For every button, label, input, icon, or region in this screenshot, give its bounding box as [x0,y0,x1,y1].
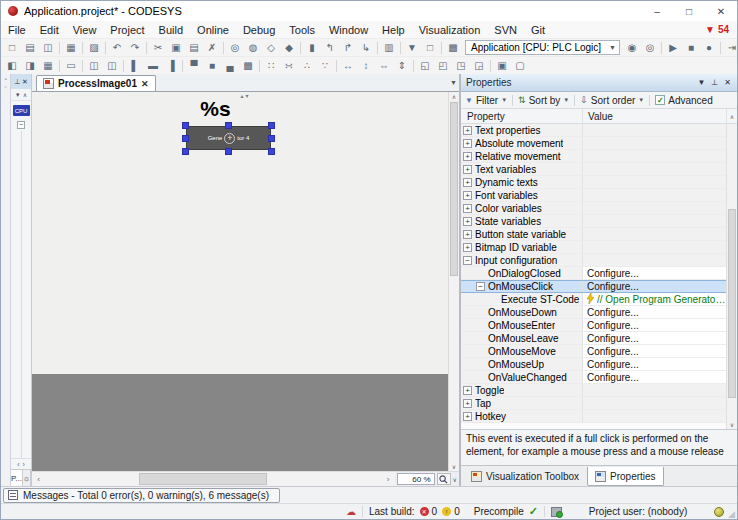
clear-bookmarks-button[interactable]: ↳ [357,40,375,56]
column-header-value[interactable]: Value [583,109,726,123]
make-same-width-button[interactable]: ↔ [339,58,357,74]
previous-bookmark-button[interactable]: ↰ [321,40,339,56]
selection-handle-top-left[interactable] [182,122,189,129]
horizontal-scroll-thumb[interactable] [139,473,267,485]
property-row-onmousemove[interactable]: OnMouseMoveConfigure... [461,345,726,358]
property-value-cell[interactable]: Configure... [583,281,726,292]
save-project-button[interactable]: ◫ [39,40,57,56]
property-row-dynamic-texts[interactable]: +Dynamic texts [461,176,726,189]
expand-icon[interactable]: + [463,139,472,148]
close-button[interactable]: ✕ [705,1,737,21]
property-value-cell[interactable]: // Open Program Generator ima... [583,293,726,305]
align-top-button[interactable]: ▀ [185,58,203,74]
scroll-right-icon[interactable]: › [382,475,395,484]
property-row-onvaluechanged[interactable]: OnValueChangedConfigure... [461,371,726,384]
breakpoint-button[interactable]: ● [700,40,718,56]
magnifier-icon[interactable] [437,473,451,485]
cloud-sync-icon[interactable]: ☁ [346,506,356,517]
panel-menu-icon[interactable]: ▼ [697,78,705,87]
menu-item-online[interactable]: Online [190,23,236,37]
undo-button[interactable]: ↶ [108,40,126,56]
selection-handle-middle-left[interactable] [182,135,189,142]
close-icon[interactable]: ✕ [22,78,28,86]
expand-icon[interactable]: + [463,178,472,187]
chevron-up-icon[interactable]: ∧ [23,91,27,98]
scroll-left-icon[interactable]: ‹ [17,461,19,468]
expand-icon[interactable]: + [463,386,472,395]
replace-button[interactable]: ◍ [244,40,262,56]
cut-button[interactable]: ✂ [149,40,167,56]
chevron-down-icon[interactable]: ▼ [15,92,21,98]
step-over-button[interactable]: ⇥ [723,40,737,56]
next-bookmark-button[interactable]: ↱ [339,40,357,56]
property-row-absolute-movement[interactable]: +Absolute movement [461,137,726,150]
dock-tab-icon[interactable]: ▫ [4,84,6,90]
background-settings-button[interactable]: ▩ [239,58,257,74]
expand-icon[interactable]: + [463,230,472,239]
property-row-toggle[interactable]: +Toggle [461,384,726,397]
gray-rectangle-element[interactable] [32,374,448,486]
property-value-cell[interactable]: Configure... [583,332,726,344]
menu-item-edit[interactable]: Edit [33,23,66,37]
chevron-down-icon[interactable]: ▼ [563,97,569,103]
collapse-node-icon[interactable]: − [17,121,25,129]
redo-button[interactable]: ↷ [126,40,144,56]
property-row-input-configuration[interactable]: −Input configuration [461,254,726,267]
property-row-font-variables[interactable]: +Font variables [461,189,726,202]
expand-icon[interactable]: + [463,204,472,213]
frame-selection-button[interactable]: ▭ [62,58,80,74]
bring-forward-button[interactable]: ◳ [452,58,470,74]
size-to-grid-button[interactable]: ⇕ [393,58,411,74]
property-row-onmouseenter[interactable]: OnMouseEnterConfigure... [461,319,726,332]
selection-handle-middle-right[interactable] [268,135,275,142]
scroll-up-icon[interactable]: ∧ [449,93,459,100]
expand-icon[interactable]: + [463,165,472,174]
menu-item-visualization[interactable]: Visualization [412,23,488,37]
send-to-back-button[interactable]: ◰ [434,58,452,74]
tab-close-icon[interactable]: ✕ [141,79,149,89]
menu-item-debug[interactable]: Debug [236,23,282,37]
tab-visualization-toolbox[interactable]: Visualization Toolbox [464,467,586,486]
property-row-tap[interactable]: +Tap [461,397,726,410]
tab-processimage01[interactable]: ProcessImage01 ✕ [36,75,156,91]
menu-item-svn[interactable]: SVN [487,23,524,37]
menu-item-tools[interactable]: Tools [282,23,322,37]
make-same-height-button[interactable]: ↕ [357,58,375,74]
advanced-checkbox[interactable]: ✓ [655,95,665,105]
expand-icon[interactable]: + [463,191,472,200]
menu-item-build[interactable]: Build [152,23,190,37]
property-row-execute-st-code[interactable]: Execute ST-Code// Open Program Generator… [461,293,726,306]
interface-editor-button[interactable]: ◧ [3,58,21,74]
minimize-button[interactable]: – [641,1,673,21]
selection-handle-bottom-right[interactable] [268,148,275,155]
open-project-button[interactable]: ▤ [21,40,39,56]
property-value-cell[interactable]: Configure... [583,358,726,370]
center-vertical-button[interactable]: ▄ [221,58,239,74]
scroll-down-icon[interactable]: ∨ [727,421,737,428]
stop-button[interactable]: ■ [682,40,700,56]
print-button[interactable]: ▦ [62,40,80,56]
dock-pin-icon[interactable]: ▪ [4,76,6,82]
scroll-right-icon[interactable]: › [23,461,25,468]
tab-pous[interactable]: P... [11,470,23,486]
messages-tab[interactable]: Messages - Total 0 error(s), 0 warning(s… [3,488,280,503]
menu-item-help[interactable]: Help [375,23,412,37]
property-row-bitmap-id-variable[interactable]: +Bitmap ID variable [461,241,726,254]
property-row-onmouseup[interactable]: OnMouseUpConfigure... [461,358,726,371]
find-all-button[interactable]: ◇ [262,40,280,56]
visualization-manager-button[interactable]: ▩ [444,40,462,56]
delete-button[interactable]: ✗ [203,40,221,56]
canvas-horizontal-scrollbar[interactable] [45,472,382,486]
vertical-scroll-thumb[interactable] [450,102,458,276]
find-button[interactable]: ◎ [226,40,244,56]
menu-item-git[interactable]: Git [524,23,552,37]
property-row-state-variables[interactable]: +State variables [461,215,726,228]
tab-properties[interactable]: Properties [587,467,664,486]
property-value-cell[interactable]: Configure... [583,306,726,318]
tab-devices[interactable]: ☼ [23,470,31,486]
copy-button[interactable]: ▣ [167,40,185,56]
selection-handle-bottom-left[interactable] [182,148,189,155]
center-horizontal-button[interactable]: ■ [203,58,221,74]
property-row-button-state-variable[interactable]: +Button state variable [461,228,726,241]
expand-icon[interactable]: + [463,243,472,252]
